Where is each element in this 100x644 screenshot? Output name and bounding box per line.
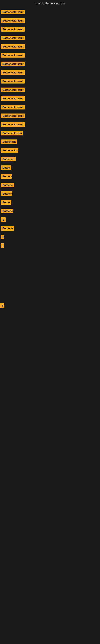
bottleneck-badge-25: Bottlenec: [1, 226, 14, 231]
bottleneck-badge-16: Bottleneck res: [1, 148, 18, 153]
bottleneck-badge-8: Bottleneck result: [1, 79, 25, 84]
bottleneck-badge-6: Bottleneck result: [1, 62, 25, 66]
bottleneck-item-17: Bottlenec: [1, 155, 99, 164]
bottleneck-badge-4: Bottleneck result: [1, 44, 25, 49]
bottleneck-badge-7: Bottleneck result: [1, 70, 25, 75]
bottleneck-item-10: Bottleneck result: [1, 94, 99, 103]
bottleneck-item-24: B: [1, 215, 99, 224]
bottleneck-badge-14: Bottleneck resu: [1, 131, 23, 136]
bottom-bottleneck-badge: Bo: [0, 303, 4, 308]
bottleneck-item-21: Bottleneck r: [1, 190, 99, 198]
bottleneck-item-0: Bottleneck result: [1, 8, 99, 16]
bottleneck-badge-23: Bottlenec: [1, 209, 13, 213]
items-container: Bottleneck resultBottleneck resultBottle…: [0, 8, 100, 250]
bottleneck-item-16: Bottleneck res: [1, 146, 99, 155]
bottleneck-item-2: Bottleneck result: [1, 25, 99, 34]
bottleneck-item-14: Bottleneck resu: [1, 129, 99, 138]
bottleneck-badge-15: Bottleneck: [1, 140, 17, 144]
bottleneck-item-7: Bottleneck result: [1, 68, 99, 77]
bottleneck-item-1: Bottleneck result: [1, 16, 99, 25]
bottleneck-badge-0: Bottleneck result: [1, 10, 25, 14]
bottleneck-badge-21: Bottleneck r: [1, 192, 12, 196]
bottleneck-item-25: Bottlenec: [1, 224, 99, 233]
bottleneck-badge-9: Bottleneck result: [1, 88, 25, 92]
bottleneck-badge-1: Bottleneck result: [1, 18, 25, 23]
bottom-bottleneck-item: Bo: [0, 301, 100, 310]
bottleneck-badge-19: Bottlenec: [1, 174, 12, 179]
bottleneck-badge-20: Bottlene: [1, 183, 14, 187]
empty-row-2: [0, 267, 100, 284]
bottleneck-badge-13: Bottleneck result: [1, 122, 25, 127]
bottleneck-item-11: Bottleneck result: [1, 103, 99, 112]
bottleneck-badge-22: Bottle: [1, 200, 11, 205]
bottleneck-item-18: Bottle: [1, 164, 99, 172]
bottleneck-item-15: Bottleneck: [1, 138, 99, 146]
bottleneck-item-13: Bottleneck result: [1, 120, 99, 129]
bottleneck-item-20: Bottlene: [1, 181, 99, 190]
bottleneck-item-6: Bottleneck result: [1, 60, 99, 68]
bottleneck-badge-17: Bottlenec: [1, 157, 16, 162]
bottleneck-badge-24: B: [1, 217, 6, 222]
bottleneck-item-27: |: [1, 241, 99, 250]
bottom-spacer: [0, 310, 100, 431]
bottleneck-item-22: Bottle: [1, 198, 99, 207]
bottleneck-item-3: Bottleneck result: [1, 34, 99, 42]
bottleneck-item-12: Bottleneck result: [1, 112, 99, 120]
bottleneck-item-23: Bottlenec: [1, 207, 99, 215]
bottleneck-badge-10: Bottleneck result: [1, 96, 25, 101]
empty-row-1: [0, 250, 100, 267]
bottleneck-badge-2: Bottleneck result: [1, 27, 25, 32]
bottleneck-item-8: Bottleneck result: [1, 77, 99, 86]
bottleneck-badge-3: Bottleneck result: [1, 36, 25, 40]
bottleneck-item-9: Bottleneck result: [1, 86, 99, 94]
site-title: TheBottlenecker.com: [0, 0, 100, 8]
bottleneck-item-5: Bottleneck result: [1, 51, 99, 60]
bottleneck-badge-18: Bottle: [1, 166, 11, 170]
bottleneck-badge-5: Bottleneck result: [1, 53, 25, 58]
bottleneck-item-19: Bottlenec: [1, 172, 99, 181]
empty-row-3: [0, 284, 100, 301]
bottleneck-item-26: B: [1, 233, 99, 241]
bottleneck-badge-11: Bottleneck result: [1, 105, 25, 110]
bottleneck-badge-27: |: [1, 243, 4, 248]
bottleneck-badge-12: Bottleneck result: [1, 114, 25, 118]
bottleneck-item-4: Bottleneck result: [1, 42, 99, 51]
bottleneck-badge-26: B: [1, 235, 4, 239]
site-title-wrapper: TheBottlenecker.com: [0, 0, 100, 8]
